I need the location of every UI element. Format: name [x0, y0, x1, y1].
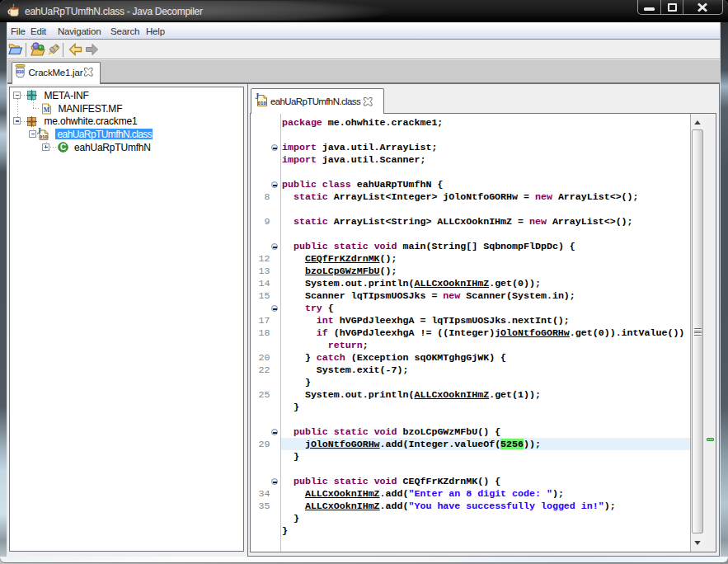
svg-text:J: J [37, 128, 41, 135]
svg-text:J: J [255, 92, 259, 101]
svg-text:M: M [43, 106, 49, 114]
svg-text:010: 010 [16, 69, 23, 74]
svg-text:C: C [60, 143, 66, 152]
svg-text:010: 010 [40, 135, 48, 140]
